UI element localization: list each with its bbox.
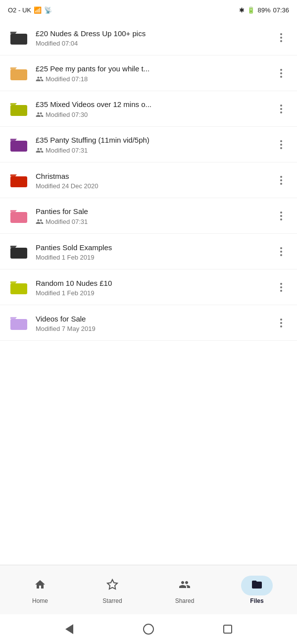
nav-label-shared: Shared	[175, 597, 195, 604]
modified-text: Modified 07:04	[36, 40, 78, 47]
file-meta: Modified 1 Feb 2019	[36, 289, 273, 297]
home-button[interactable]	[142, 622, 155, 636]
svg-rect-1	[10, 69, 27, 80]
star-nav-icon	[97, 576, 128, 595]
file-name: £20 Nudes & Dress Up 100+ pics	[36, 28, 273, 39]
nav-item-files[interactable]: Files	[221, 572, 293, 608]
file-meta: Modified 07:31	[36, 146, 273, 155]
more-options-button[interactable]	[273, 244, 289, 260]
modified-text: Modified 07:18	[46, 75, 88, 83]
folder-icon	[9, 101, 28, 117]
modified-text: Modified 24 Dec 2020	[36, 182, 98, 190]
folder-icon-wrap	[8, 169, 30, 191]
back-button[interactable]	[62, 622, 76, 636]
list-item[interactable]: £35 Mixed Videos over 12 mins o...Modifi…	[0, 91, 297, 127]
list-item[interactable]: £35 Panty Stuffing (11min vid/5ph)Modifi…	[0, 127, 297, 162]
folder-nav-icon	[241, 576, 273, 595]
carrier-info: O2 - UK 📶 📡	[8, 6, 52, 14]
more-options-button[interactable]	[273, 101, 289, 117]
shared-icon	[36, 146, 44, 155]
modified-text: Modified 07:31	[46, 147, 88, 154]
folder-icon	[9, 279, 28, 295]
folder-icon	[9, 137, 28, 153]
file-name: £35 Mixed Videos over 12 mins o...	[36, 99, 273, 109]
carrier-text: O2 - UK	[8, 6, 31, 14]
list-item[interactable]: Panties for SaleModified 07:31	[0, 198, 297, 234]
file-info: ChristmasModified 24 Dec 2020	[36, 171, 273, 190]
file-name: £35 Panty Stuffing (11min vid/5ph)	[36, 135, 273, 145]
file-info: £20 Nudes & Dress Up 100+ picsModified 0…	[36, 28, 273, 47]
file-meta: Modified 24 Dec 2020	[36, 182, 273, 190]
battery-percent: 89%	[257, 6, 270, 14]
folder-icon-wrap	[8, 205, 30, 227]
folder-icon-wrap	[8, 241, 30, 263]
list-item[interactable]: £25 Pee my pants for you while t...Modif…	[0, 55, 297, 91]
more-options-button[interactable]	[273, 279, 289, 295]
file-info: Videos for SaleModified 7 May 2019	[36, 314, 273, 332]
folder-icon-wrap	[8, 276, 30, 298]
folder-icon-wrap	[8, 62, 30, 84]
file-info: £35 Panty Stuffing (11min vid/5ph)Modifi…	[36, 135, 273, 155]
status-bar: O2 - UK 📶 📡 ✱ 🔋 89% 07:36	[0, 0, 297, 20]
file-list: £20 Nudes & Dress Up 100+ picsModified 0…	[0, 20, 297, 565]
file-meta: Modified 07:18	[36, 75, 273, 83]
wifi-icon: 📡	[44, 6, 52, 14]
file-name: £25 Pee my pants for you while t...	[36, 63, 273, 74]
system-status: ✱ 🔋 89% 07:36	[239, 6, 289, 14]
more-options-button[interactable]	[273, 65, 289, 81]
svg-rect-5	[10, 212, 27, 223]
file-info: £35 Mixed Videos over 12 mins o...Modifi…	[36, 99, 273, 119]
modified-text: Modified 1 Feb 2019	[36, 254, 95, 261]
more-options-button[interactable]	[273, 30, 289, 46]
folder-icon-wrap	[8, 134, 30, 156]
more-options-button[interactable]	[273, 315, 289, 331]
svg-rect-8	[10, 319, 27, 330]
file-info: £25 Pee my pants for you while t...Modif…	[36, 63, 273, 83]
recents-button[interactable]	[221, 622, 235, 636]
folder-icon	[9, 315, 28, 331]
list-item[interactable]: ChristmasModified 24 Dec 2020	[0, 162, 297, 198]
list-item[interactable]: Panties Sold ExamplesModified 1 Feb 2019	[0, 234, 297, 269]
bottom-navigation: HomeStarredSharedFiles	[0, 565, 297, 614]
shared-icon	[36, 110, 44, 119]
file-name: Random 10 Nudes £10	[36, 278, 273, 288]
nav-item-home[interactable]: Home	[4, 572, 76, 608]
bluetooth-icon: ✱	[239, 6, 245, 14]
folder-icon	[9, 30, 28, 46]
home-nav-icon	[24, 576, 56, 595]
file-meta: Modified 07:31	[36, 217, 273, 226]
folder-icon	[9, 208, 28, 224]
nav-label-home: Home	[32, 597, 48, 604]
svg-marker-9	[107, 580, 117, 589]
folder-icon	[9, 244, 28, 260]
nav-label-files: Files	[250, 597, 263, 604]
list-item[interactable]: Videos for SaleModified 7 May 2019	[0, 305, 297, 341]
svg-rect-6	[10, 248, 27, 259]
file-meta: Modified 07:04	[36, 40, 273, 47]
folder-icon-wrap	[8, 98, 30, 120]
folder-icon-wrap	[8, 312, 30, 334]
battery-icon: 🔋	[247, 6, 255, 14]
more-options-button[interactable]	[273, 137, 289, 153]
file-meta: Modified 1 Feb 2019	[36, 254, 273, 261]
people-nav-icon	[169, 576, 200, 595]
list-item[interactable]: Random 10 Nudes £10Modified 1 Feb 2019	[0, 269, 297, 305]
modified-text: Modified 1 Feb 2019	[36, 289, 95, 297]
more-options-button[interactable]	[273, 172, 289, 188]
file-info: Random 10 Nudes £10Modified 1 Feb 2019	[36, 278, 273, 297]
modified-text: Modified 07:31	[46, 218, 88, 225]
nav-item-shared[interactable]: Shared	[148, 572, 221, 608]
shared-icon	[36, 217, 44, 226]
file-name: Panties Sold Examples	[36, 242, 273, 253]
file-name: Videos for Sale	[36, 314, 273, 324]
more-options-button[interactable]	[273, 208, 289, 224]
list-item[interactable]: £20 Nudes & Dress Up 100+ picsModified 0…	[0, 20, 297, 55]
file-info: Panties Sold ExamplesModified 1 Feb 2019	[36, 242, 273, 261]
folder-icon-wrap	[8, 27, 30, 49]
system-navigation	[0, 614, 297, 644]
file-info: Panties for SaleModified 07:31	[36, 206, 273, 226]
clock: 07:36	[273, 6, 289, 14]
nav-label-starred: Starred	[102, 597, 122, 604]
nav-item-starred[interactable]: Starred	[76, 572, 148, 608]
file-meta: Modified 7 May 2019	[36, 325, 273, 332]
